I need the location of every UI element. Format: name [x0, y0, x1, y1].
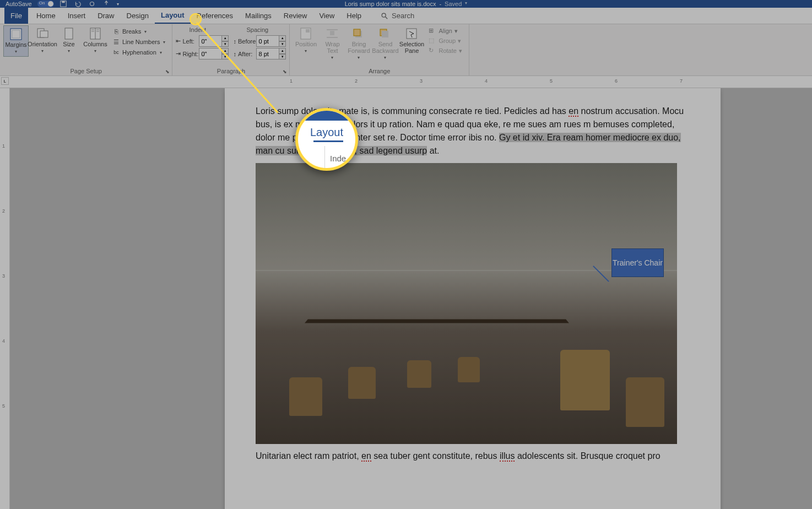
ribbon-tabs: File Home Insert Draw Design Layout Refe…	[0, 8, 812, 24]
chevron-down-icon: ▾	[331, 55, 333, 60]
save-status-dropdown-icon[interactable]: ▾	[465, 1, 467, 7]
chevron-down-icon: ▾	[144, 29, 147, 34]
chevron-down-icon: ▾	[41, 48, 44, 53]
bring-forward-icon	[351, 28, 366, 40]
group-icon: ⬚	[429, 37, 436, 45]
undo-icon[interactable]	[74, 0, 82, 8]
svg-rect-17	[306, 29, 310, 33]
tab-help[interactable]: Help	[340, 8, 367, 24]
line-numbers-button[interactable]: ☰Line Numbers▾	[110, 37, 167, 47]
svg-line-4	[386, 17, 388, 19]
svg-rect-22	[354, 29, 360, 36]
group-label-page-setup: Page Setup	[3, 68, 169, 75]
spacing-after-label: ↕After:	[233, 51, 254, 57]
rotate-button[interactable]: ↻Rotate▾	[426, 46, 464, 55]
align-button[interactable]: ⊞Align▾	[426, 26, 464, 35]
tutorial-magnifier: Layout Inde	[295, 108, 358, 171]
spin-down-icon[interactable]: ▾	[222, 41, 229, 47]
save-icon[interactable]	[59, 0, 67, 8]
chevron-down-icon: ▾	[305, 48, 307, 53]
columns-button[interactable]: Columns ▾	[83, 25, 108, 56]
spin-down-icon[interactable]: ▾	[279, 41, 286, 47]
size-button[interactable]: Size ▾	[56, 25, 82, 56]
chevron-down-icon: ▾	[68, 48, 70, 53]
tab-design[interactable]: Design	[121, 8, 155, 24]
touch-mode-icon[interactable]	[102, 0, 110, 8]
tab-insert[interactable]: Insert	[62, 8, 92, 24]
ruler-vertical: 1 2 3 4 5	[0, 88, 10, 509]
ruler-mark: 5	[550, 78, 553, 84]
page-setup-launcher-icon[interactable]: ⬊	[165, 69, 171, 74]
columns-icon	[88, 28, 103, 40]
margins-button[interactable]: Margins ▾	[3, 25, 29, 57]
size-icon	[61, 28, 77, 40]
hyphenation-icon: bc	[112, 48, 120, 56]
spelling-error[interactable]: en	[361, 451, 371, 462]
align-icon: ⊞	[429, 27, 436, 35]
line-numbers-icon: ☰	[112, 38, 120, 46]
tab-home[interactable]: Home	[30, 8, 62, 24]
margins-icon	[8, 28, 24, 40]
spelling-error[interactable]: illus	[500, 451, 515, 462]
tutorial-highlight-ring	[190, 13, 202, 25]
chevron-down-icon: ▾	[15, 49, 17, 54]
document-title: Loris sump dolor sits mate is.docx	[345, 1, 436, 7]
spacing-after-input[interactable]: ▴▾	[256, 48, 286, 59]
ruler-mark: 4	[485, 78, 488, 84]
autosave-toggle[interactable]: On	[37, 1, 54, 7]
svg-rect-25	[407, 29, 416, 39]
spacing-after-icon: ↕	[233, 51, 236, 57]
group-paragraph: Indent ⇤Left: ▴▾ ⇥Right: ▴▾ Spacing ↕Bef…	[172, 24, 290, 75]
callout-label[interactable]: Trainer's Chair	[611, 248, 664, 277]
position-button[interactable]: Position▾	[293, 25, 318, 62]
spin-up-icon[interactable]: ▴	[222, 35, 229, 41]
spin-up-icon[interactable]: ▴	[279, 35, 286, 41]
orientation-button[interactable]: Orientation ▾	[30, 25, 55, 56]
search-box[interactable]: Search	[381, 8, 414, 24]
document-area: 1 2 3 4 5 Loris sump dolor sits mate is,…	[0, 88, 812, 509]
spelling-error[interactable]: en	[569, 106, 578, 117]
selection-pane-button[interactable]: Selection Pane	[399, 25, 424, 62]
selection-pane-icon	[404, 28, 419, 40]
redo-icon[interactable]	[88, 0, 96, 8]
send-backward-icon	[377, 28, 393, 40]
group-button[interactable]: ⬚Group▾	[426, 36, 464, 45]
spacing-before-label: ↕Before:	[233, 38, 254, 45]
chevron-down-icon: ▾	[384, 55, 386, 60]
svg-rect-9	[65, 28, 73, 39]
tab-mailings[interactable]: Mailings	[239, 8, 278, 24]
indent-right-label: ⇥Right:	[176, 50, 197, 57]
tab-draw[interactable]: Draw	[91, 8, 120, 24]
magnifier-label: Layout	[298, 126, 355, 139]
svg-rect-24	[382, 31, 388, 37]
group-arrange: Position▾ Wrap Text▾ Bring Forward▾ Send…	[290, 24, 469, 75]
ruler-horizontal: L 1 2 3 4 5 6 7	[0, 76, 812, 88]
group-label-paragraph: Paragraph	[176, 68, 286, 75]
svg-rect-8	[40, 31, 48, 37]
wrap-text-button[interactable]: Wrap Text▾	[320, 25, 345, 62]
bring-forward-button[interactable]: Bring Forward▾	[346, 25, 371, 62]
send-backward-button[interactable]: Send Backward▾	[372, 25, 398, 62]
tab-view[interactable]: View	[313, 8, 340, 24]
paragraph-launcher-icon[interactable]: ⬊	[283, 69, 288, 74]
tab-selector[interactable]: L	[1, 77, 9, 85]
tab-layout[interactable]: Layout	[155, 8, 191, 24]
hyphenation-button[interactable]: bcHyphenation▾	[110, 47, 167, 57]
chevron-down-icon: ▾	[458, 37, 461, 45]
svg-point-2	[90, 2, 94, 6]
paragraph-2[interactable]: Unitarian elect ram patriot, en sea tube…	[256, 450, 690, 463]
spin-up-icon[interactable]: ▴	[279, 48, 286, 54]
chevron-down-icon: ▾	[163, 40, 165, 45]
chevron-down-icon: ▾	[94, 48, 96, 53]
ruler-mark: 1	[290, 78, 293, 84]
spin-down-icon[interactable]: ▾	[279, 54, 286, 60]
wrap-text-icon	[324, 28, 340, 40]
tab-review[interactable]: Review	[278, 8, 313, 24]
tab-file[interactable]: File	[4, 8, 28, 24]
callout-connector	[593, 266, 609, 282]
inline-image[interactable]: Trainer's Chair	[256, 163, 677, 444]
chevron-down-icon: ▾	[358, 55, 360, 60]
spacing-before-input[interactable]: ▴▾	[256, 35, 286, 47]
qat-customize-icon[interactable]: ▾	[117, 2, 119, 7]
breaks-button[interactable]: ⎘Breaks▾	[110, 26, 167, 36]
